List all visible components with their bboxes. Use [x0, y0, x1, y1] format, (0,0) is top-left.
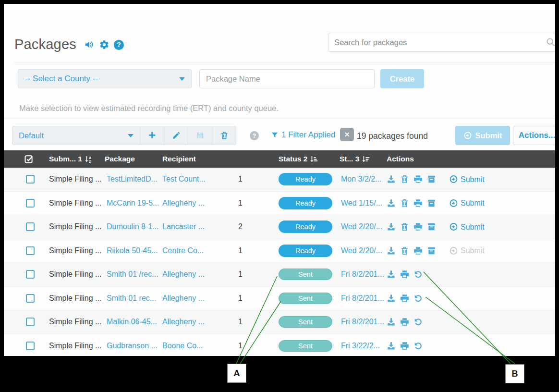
row-submit-link[interactable]: Submit [449, 222, 485, 232]
row-actions [386, 270, 423, 280]
page-title: Packages [14, 37, 76, 52]
actions-button[interactable]: Actions... [513, 126, 555, 145]
saved-view-select[interactable]: Default [12, 126, 140, 145]
row-checkbox[interactable] [26, 342, 35, 350]
archive-icon[interactable] [426, 198, 437, 208]
download-icon[interactable] [386, 293, 396, 303]
row-recipient-link[interactable]: Allegheny ... [162, 270, 205, 279]
add-view-button[interactable]: + [140, 126, 164, 145]
package-name-input[interactable] [199, 69, 375, 88]
print-icon[interactable] [413, 174, 423, 184]
undo-icon[interactable] [413, 317, 423, 327]
print-icon[interactable] [400, 341, 410, 351]
table-row: Simple Filing ... TestLimitedD... Test C… [4, 168, 555, 192]
download-icon[interactable] [386, 198, 396, 208]
undo-icon[interactable] [413, 293, 423, 303]
row-checkbox[interactable] [26, 199, 35, 208]
row-package-link[interactable]: Smith 01 /rec... [107, 270, 158, 279]
row-checkbox[interactable] [26, 246, 35, 255]
clear-filter-button[interactable]: ✕ [340, 128, 354, 141]
toolbar-help-icon[interactable]: ? [250, 131, 259, 140]
row-document-count: 1 [214, 246, 243, 255]
row-package-link[interactable]: Gudbranson ... [107, 342, 158, 350]
download-icon[interactable] [386, 341, 396, 351]
row-checkbox[interactable] [26, 318, 35, 326]
volume-icon[interactable] [84, 39, 95, 50]
submit-selected-button[interactable]: Submit [455, 126, 510, 145]
row-actions [386, 293, 423, 303]
row-recipient-link[interactable]: Boone Co... [162, 342, 203, 350]
row-submit-link[interactable]: Submit [449, 175, 485, 184]
print-icon[interactable] [413, 245, 423, 256]
row-status-date-link[interactable]: Wed 2/20/... [341, 246, 382, 255]
download-icon[interactable] [386, 174, 396, 184]
delete-view-button[interactable] [212, 126, 236, 145]
select-all-checkbox[interactable] [24, 150, 34, 168]
gear-icon[interactable] [99, 39, 109, 50]
row-checkbox[interactable] [26, 294, 35, 303]
edit-view-button[interactable] [164, 126, 188, 145]
filter-applied-control[interactable]: 1 Filter Applied [271, 130, 346, 140]
row-recipient-link[interactable]: Allegheny ... [162, 294, 205, 303]
save-view-button[interactable] [188, 126, 212, 145]
delete-icon[interactable] [400, 198, 410, 208]
row-status-date-link[interactable]: Fri 8/2/201... [341, 270, 384, 279]
column-header-package[interactable]: Package [105, 150, 135, 168]
row-package-link[interactable]: TestLimitedD... [107, 175, 158, 184]
row-status-date-link[interactable]: Wed 2/20/... [341, 222, 382, 231]
delete-icon[interactable] [400, 222, 410, 232]
create-button[interactable]: Create [380, 69, 424, 88]
submit-circle-icon [449, 175, 458, 184]
table-body: Simple Filing ... TestLimitedD... Test C… [4, 168, 555, 356]
pencil-icon [171, 131, 181, 140]
archive-icon[interactable] [426, 174, 437, 184]
row-status-date-link[interactable]: Fri 8/2/201... [341, 294, 384, 303]
delete-icon[interactable] [400, 245, 410, 256]
row-status-date-link[interactable]: Fri 8/2/201... [341, 318, 384, 326]
search-input[interactable] [334, 33, 541, 51]
filter-applied-label: 1 Filter Applied [281, 130, 335, 140]
download-icon[interactable] [386, 222, 396, 232]
print-icon[interactable] [400, 270, 410, 280]
column-header-submitted[interactable]: Subm... 1 AZ [49, 150, 93, 168]
download-icon[interactable] [386, 317, 396, 327]
row-recipient-link[interactable]: Allegheny ... [162, 199, 205, 208]
column-header-status-date[interactable]: St... 3 [340, 150, 370, 168]
download-icon[interactable] [386, 245, 396, 256]
row-package-link[interactable]: Riikola 50-45... [107, 246, 158, 255]
print-icon[interactable] [400, 293, 410, 303]
row-package-link[interactable]: Dumoulin 8-1... [107, 222, 159, 231]
archive-icon[interactable] [426, 222, 437, 232]
download-icon[interactable] [386, 270, 396, 280]
help-icon[interactable]: ? [114, 40, 124, 50]
column-header-status[interactable]: Status 2 [279, 150, 318, 168]
county-select[interactable]: -- Select a County -- [18, 69, 192, 88]
status-badge: Sent [279, 269, 332, 280]
sort-alpha-icon: AZ [85, 155, 93, 163]
row-checkbox[interactable] [26, 175, 35, 184]
row-status-date-link[interactable]: Wed 1/15/... [341, 199, 382, 208]
row-status-date-link[interactable]: Mon 3/2/2... [341, 175, 382, 184]
delete-icon[interactable] [400, 174, 410, 184]
row-package-link[interactable]: Smith 01 rec... [107, 294, 156, 303]
submit-circle-icon [449, 246, 458, 255]
row-recipient-link[interactable]: Test Count... [162, 175, 206, 184]
row-checkbox[interactable] [26, 270, 35, 279]
row-package-link[interactable]: Malkin 06-45... [107, 318, 157, 326]
row-recipient-link[interactable]: Centre Co... [162, 246, 204, 255]
row-package-link[interactable]: McCann 19-5... [107, 199, 159, 208]
county-select-value: -- Select a County -- [25, 74, 98, 84]
row-submit-link[interactable]: Submit [449, 198, 485, 208]
print-icon[interactable] [413, 222, 423, 232]
archive-icon[interactable] [426, 245, 437, 256]
print-icon[interactable] [413, 198, 423, 208]
undo-icon[interactable] [413, 341, 423, 351]
undo-icon[interactable] [413, 270, 423, 280]
column-header-recipient[interactable]: Recipient [162, 150, 196, 168]
row-recipient-link[interactable]: Lancaster ... [162, 222, 205, 231]
print-icon[interactable] [400, 317, 410, 327]
search-icon[interactable] [546, 37, 555, 48]
row-checkbox[interactable] [26, 222, 35, 231]
row-status-date-link[interactable]: Fri 3/22/2... [341, 342, 380, 350]
row-recipient-link[interactable]: Allegheny ... [162, 318, 205, 326]
